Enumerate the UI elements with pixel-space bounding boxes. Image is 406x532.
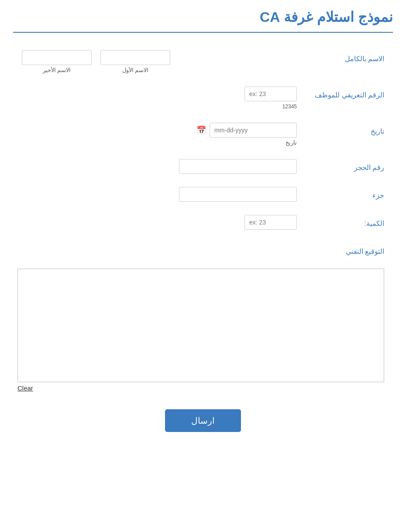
last-name-group: الاسم الأخير bbox=[22, 50, 92, 73]
employee-id-hint: 12345 bbox=[282, 104, 297, 110]
date-row: تاريخ 📅 تاريخ bbox=[22, 123, 384, 146]
part-label: جزء bbox=[297, 187, 384, 200]
quantity-input[interactable] bbox=[244, 215, 297, 230]
quantity-row: الكمية: bbox=[22, 215, 384, 230]
part-field bbox=[22, 187, 297, 202]
submit-button[interactable]: ارسال bbox=[165, 409, 241, 432]
full-name-row: الاسم بالكامل الاسم الأخير الاسم الأول bbox=[22, 50, 384, 73]
clear-btn-row: Clear bbox=[17, 384, 384, 392]
date-sublabel: تاريخ bbox=[286, 139, 297, 146]
part-row: جزء bbox=[22, 187, 384, 202]
reservation-field bbox=[22, 159, 297, 174]
quantity-label: الكمية: bbox=[297, 215, 384, 228]
date-field-wrapper: 📅 bbox=[195, 123, 297, 138]
clear-button[interactable]: Clear bbox=[17, 384, 33, 392]
first-name-group: الاسم الأول bbox=[100, 50, 170, 73]
signature-canvas-container[interactable] bbox=[17, 269, 384, 382]
employee-id-row: الرقم التعريفي للموظف 12345 bbox=[22, 86, 384, 110]
signature-row: التوقيع التقني bbox=[22, 243, 384, 256]
reservation-label: رقم الحجز bbox=[297, 159, 384, 172]
signature-label: التوقيع التقني bbox=[297, 243, 384, 256]
first-name-label: الاسم الأول bbox=[122, 67, 149, 73]
last-name-input[interactable] bbox=[22, 50, 92, 65]
page-container: نموذج استلام غرفة CA الاسم بالكامل الاسم… bbox=[0, 0, 406, 454]
quantity-field bbox=[22, 215, 297, 230]
reservation-row: رقم الحجز bbox=[22, 159, 384, 174]
employee-id-input[interactable] bbox=[244, 86, 297, 101]
full-name-label: الاسم بالكامل bbox=[297, 50, 384, 63]
page-title: نموذج استلام غرفة CA bbox=[13, 9, 393, 33]
signature-canvas[interactable] bbox=[18, 269, 384, 382]
reservation-input[interactable] bbox=[179, 159, 297, 174]
form-section: الاسم بالكامل الاسم الأخير الاسم الأول ا… bbox=[13, 46, 393, 445]
date-field: 📅 تاريخ bbox=[22, 123, 297, 146]
date-label: تاريخ bbox=[297, 123, 384, 135]
full-name-field: الاسم الأخير الاسم الأول bbox=[22, 50, 297, 73]
last-name-label: الاسم الأخير bbox=[43, 67, 71, 73]
part-input[interactable] bbox=[179, 187, 297, 202]
name-fields: الاسم الأخير الاسم الأول bbox=[22, 50, 297, 73]
date-input[interactable] bbox=[210, 123, 297, 138]
employee-id-label: الرقم التعريفي للموظف bbox=[297, 86, 384, 99]
calendar-icon[interactable]: 📅 bbox=[195, 124, 207, 136]
submit-row: ارسال bbox=[22, 409, 384, 432]
employee-id-field: 12345 bbox=[22, 86, 297, 110]
first-name-input[interactable] bbox=[100, 50, 170, 65]
